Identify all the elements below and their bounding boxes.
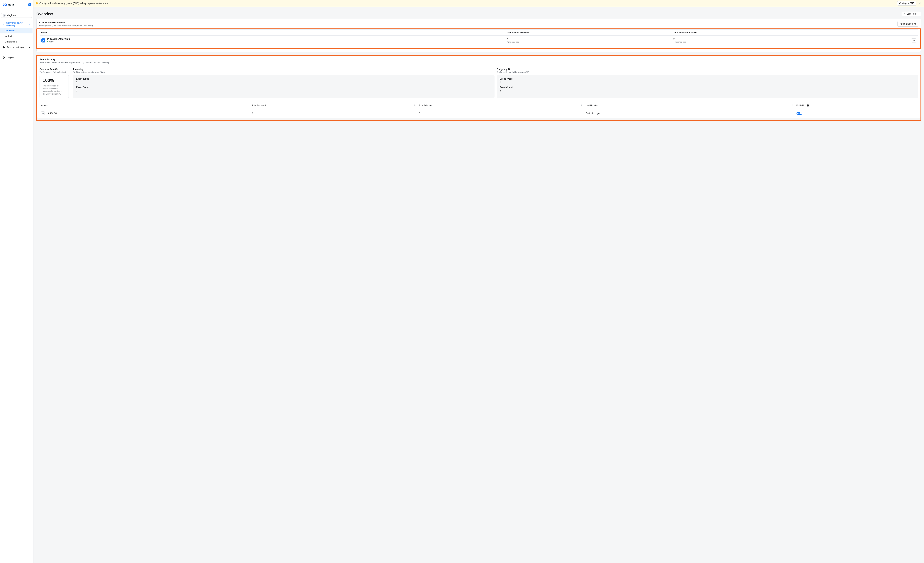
- page-title: Overview: [36, 12, 53, 16]
- events-table: Events Total Received⇅ Total Published⇅ …: [39, 102, 918, 118]
- user-avatar-button[interactable]: [28, 3, 32, 6]
- rocket-icon: [3, 23, 4, 25]
- row-more-button[interactable]: [911, 38, 916, 42]
- sidebar-item-label: Account settings: [7, 46, 24, 49]
- outgoing-label: Outgoing: [497, 68, 507, 70]
- sidebar: Meta E elxglokw Conversions API Gateway …: [0, 0, 33, 563]
- col-total-received[interactable]: Total Received⇅: [250, 102, 417, 109]
- success-rate-label: Success Rate: [39, 68, 54, 70]
- pixels-table: Pixels Total Events Received Total Event…: [40, 29, 918, 45]
- incoming-types-label: Event Types: [76, 78, 492, 80]
- success-rate-desc: The percentage of processed events succe…: [43, 84, 66, 95]
- incoming-label: Incoming: [73, 68, 84, 70]
- sidebar-item-websites[interactable]: Websites: [0, 33, 33, 39]
- chevron-down-icon: [28, 14, 30, 17]
- pixel-plug-icon: [41, 38, 45, 42]
- sidebar-item-label: Overview: [5, 29, 15, 32]
- gear-icon: [3, 46, 5, 49]
- logout-label: Log out: [7, 56, 15, 59]
- nav-group-label: Conversions API Gateway: [6, 22, 25, 27]
- add-data-source-button[interactable]: Add data source: [897, 21, 918, 27]
- brand-name: Meta: [8, 3, 14, 6]
- col-total-published[interactable]: Total Published⇅: [417, 102, 584, 109]
- success-rate-value: 100%: [43, 78, 66, 83]
- banner-close-button[interactable]: ✕: [918, 2, 922, 5]
- col-events: Events: [39, 102, 250, 109]
- sort-icon: ⇅: [581, 104, 583, 107]
- banner-message: Configure domain naming system (DNS) to …: [39, 2, 897, 4]
- event-published: 2: [417, 109, 584, 118]
- card-subtitle: View metrics about recent events process…: [39, 61, 110, 64]
- sidebar-header: Meta: [0, 0, 33, 9]
- outgoing-count-value: 2: [500, 90, 915, 92]
- status-dot-icon: [47, 41, 48, 42]
- col-received: Total Events Received: [505, 30, 672, 36]
- user-icon: [29, 4, 31, 6]
- publishing-toggle[interactable]: ON: [796, 112, 802, 115]
- warning-dot-icon: [36, 2, 38, 4]
- toggle-text: ON: [797, 112, 800, 114]
- logout-button[interactable]: Log out: [0, 54, 33, 61]
- highlight-event-activity: Event Activity View metrics about recent…: [36, 55, 921, 121]
- sidebar-item-label: Websites: [5, 35, 14, 37]
- outgoing-sub: Traffic published to Conversions API: [497, 71, 918, 73]
- info-icon[interactable]: i: [508, 68, 510, 70]
- incoming-types-value: 1: [76, 81, 492, 84]
- outgoing-types-value: 1: [500, 81, 915, 84]
- sidebar-item-label: Data routing: [5, 40, 17, 43]
- highlight-pixels-table: Pixels Total Events Received Total Event…: [36, 28, 921, 49]
- ellipsis-icon: [912, 39, 915, 42]
- card-title: Connected Meta Pixels: [39, 21, 93, 24]
- main: Configure domain naming system (DNS) to …: [33, 0, 924, 563]
- event-received: 2: [250, 109, 417, 118]
- time-range-selector[interactable]: Last Hour: [902, 12, 921, 16]
- meta-infinity-icon: [3, 3, 7, 7]
- svg-point-0: [913, 40, 913, 40]
- calendar-icon: [903, 13, 906, 15]
- card-title: Event Activity: [39, 58, 110, 61]
- received-age: 7 minutes ago: [507, 41, 670, 43]
- divider: [0, 52, 33, 52]
- pixel-status: Active: [49, 40, 54, 43]
- col-published: Total Events Published: [672, 30, 839, 36]
- chevron-down-icon: [918, 13, 920, 15]
- event-type-icon: [41, 111, 45, 115]
- received-value: 2: [507, 38, 670, 40]
- metrics-row: Success Rate i Traffic successfully publ…: [37, 65, 921, 101]
- sidebar-item-account-settings[interactable]: Account settings: [0, 45, 33, 50]
- table-row: PageView 2 2 7 minutes ago ON: [39, 109, 918, 118]
- org-selector[interactable]: E elxglokw: [1, 13, 32, 18]
- incoming-count-label: Event Count: [76, 86, 492, 89]
- card-subtitle: Manage how your Meta Pixels are set up a…: [39, 24, 93, 27]
- chevron-up-icon: [29, 23, 31, 25]
- org-name: elxglokw: [7, 14, 27, 16]
- svg-point-1: [914, 40, 914, 40]
- table-row: ID 1683499771828485 Active 2 7 minutes a…: [40, 36, 918, 45]
- sort-icon: ⇅: [792, 104, 794, 107]
- incoming-count-value: 2: [76, 90, 492, 92]
- configure-dns-button[interactable]: Configure DNS: [897, 1, 916, 6]
- connected-pixels-card: Connected Meta Pixels Manage how your Me…: [36, 19, 921, 52]
- info-icon[interactable]: i: [55, 68, 57, 70]
- incoming-sub: Traffic received from browser Pixels: [73, 71, 495, 73]
- svg-point-2: [914, 40, 914, 40]
- nav-group-conversions-api[interactable]: Conversions API Gateway: [0, 21, 33, 28]
- page-header: Overview Last Hour: [36, 12, 921, 16]
- info-icon[interactable]: i: [807, 104, 809, 106]
- meta-logo: Meta: [3, 3, 14, 7]
- sidebar-item-data-routing[interactable]: Data routing: [0, 39, 33, 45]
- event-activity-card: Event Activity View metrics about recent…: [37, 56, 921, 118]
- nav: Conversions API Gateway Overview Website…: [0, 21, 33, 63]
- published-age: 7 minutes ago: [674, 41, 837, 43]
- outgoing-count-label: Event Count: [500, 86, 915, 89]
- sidebar-item-overview[interactable]: Overview: [0, 28, 33, 33]
- logout-icon: [3, 56, 5, 59]
- time-range-label: Last Hour: [907, 13, 916, 15]
- published-value: 2: [674, 38, 837, 40]
- col-pixels: Pixels: [40, 30, 505, 36]
- col-last-updated[interactable]: Last Updated⇅: [584, 102, 795, 109]
- pixel-id: ID 1683499771828485: [47, 38, 70, 40]
- event-name: PageView: [47, 112, 57, 114]
- col-publishing: Publishing i: [795, 102, 918, 109]
- org-avatar: E: [3, 14, 6, 17]
